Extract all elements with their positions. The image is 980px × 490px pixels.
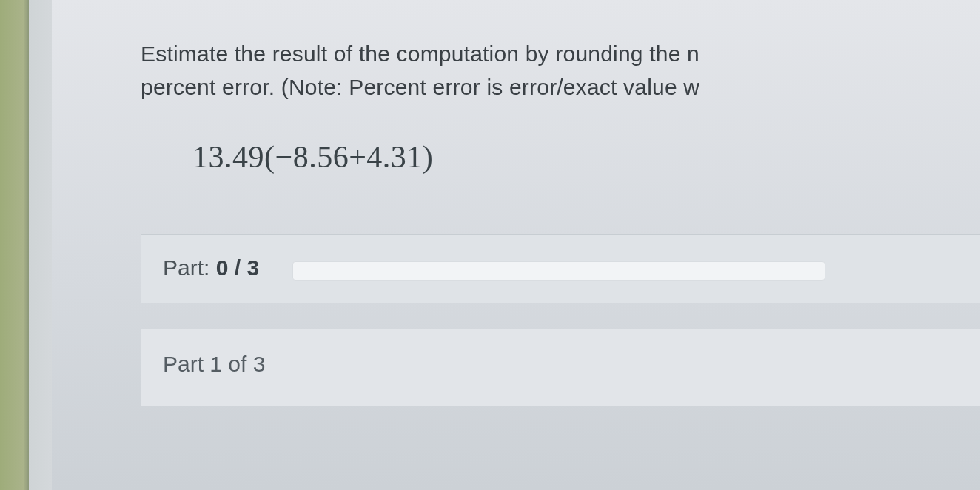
progress-total: 3 — [246, 255, 259, 280]
question-line-1: Estimate the result of the computation b… — [141, 37, 980, 70]
progress-bar — [292, 261, 825, 281]
progress-panel: Part: 0 / 3 — [141, 234, 980, 303]
part-panel: Part 1 of 3 — [141, 329, 980, 406]
progress-current: 0 — [216, 255, 229, 280]
question-prompt: Estimate the result of the computation b… — [141, 37, 980, 104]
progress-prefix: Part: — [163, 255, 216, 280]
question-line-2: percent error. (Note: Percent error is e… — [141, 70, 980, 104]
math-expression: 13.49(−8.56+4.31) — [192, 139, 980, 175]
left-margin-strip — [0, 0, 52, 490]
page-root: Estimate the result of the computation b… — [0, 0, 980, 490]
question-content-area: Estimate the result of the computation b… — [52, 0, 980, 490]
part-header: Part 1 of 3 — [163, 352, 958, 377]
progress-label: Part: 0 / 3 — [163, 255, 259, 281]
progress-sep: / — [228, 255, 246, 280]
